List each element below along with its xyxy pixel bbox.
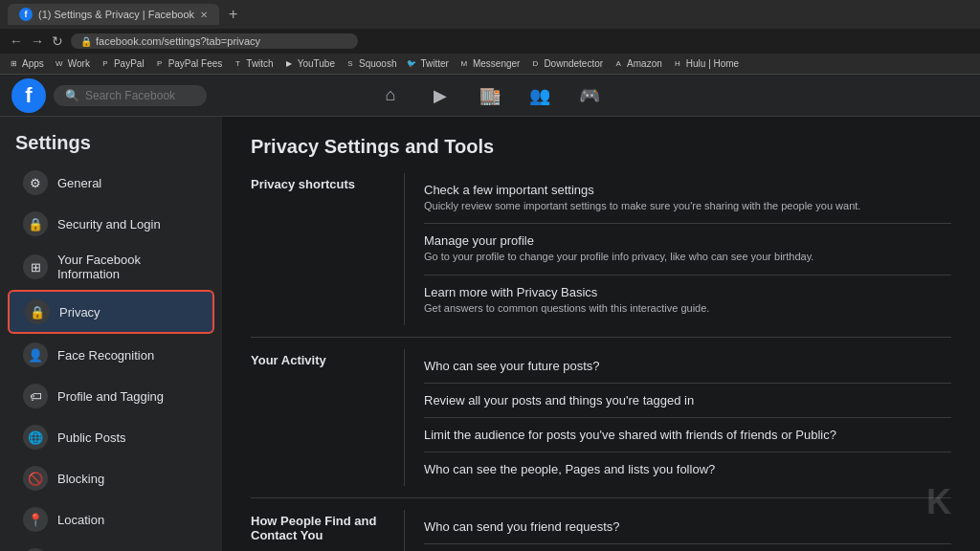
- sidebar-item-language[interactable]: Aa Language and Region: [8, 540, 214, 551]
- bookmark-amazon[interactable]: AAmazon: [612, 58, 662, 70]
- privacy-row-review-posts[interactable]: Review all your posts and things you're …: [424, 384, 951, 418]
- sidebar-label-face: Face Recognition: [57, 348, 154, 363]
- sidebar-item-privacy[interactable]: 🔒 Privacy ↓: [8, 290, 214, 334]
- privacy-row-check-settings[interactable]: Check a few important settings Quickly r…: [424, 173, 951, 224]
- home-nav-button[interactable]: ⌂: [368, 78, 413, 113]
- bookmarks-bar: ⊞AppsWWorkPPayPalPPayPal FeesTTwitch▶You…: [0, 54, 980, 75]
- friend-requests-title: Who can send you friend requests?: [424, 519, 951, 534]
- sidebar-item-profile-tagging[interactable]: 🏷 Profile and Tagging: [8, 376, 214, 416]
- general-icon: ⚙: [23, 170, 48, 195]
- new-tab-button[interactable]: +: [229, 6, 237, 23]
- sidebar-label-location: Location: [57, 513, 104, 527]
- watermark: K: [926, 482, 951, 522]
- gaming-nav-button[interactable]: 🎮: [567, 78, 612, 113]
- privacy-row-future-posts[interactable]: Who can see your future posts?: [424, 349, 951, 384]
- sidebar-title: Settings: [0, 128, 222, 162]
- privacy-row-privacy-basics[interactable]: Learn more with Privacy Basics Get answe…: [424, 276, 951, 325]
- follow-title: Who can see the people, Pages and lists …: [424, 462, 951, 476]
- browser-chrome: f (1) Settings & Privacy | Facebook ✕ +: [0, 0, 980, 29]
- fb-logo: f: [11, 78, 46, 113]
- privacy-row-follow[interactable]: Who can see the people, Pages and lists …: [424, 452, 951, 486]
- face-icon: 👤: [23, 342, 48, 367]
- sidebar-item-face-recognition[interactable]: 👤 Face Recognition: [8, 335, 214, 375]
- your-activity-label: Your Activity: [251, 349, 404, 486]
- bookmark-twitch[interactable]: TTwitch: [232, 58, 273, 70]
- sidebar: Settings ⚙ General 🔒 Security and Login …: [0, 117, 222, 551]
- address-bar: ← → ↻ 🔒 facebook.com/settings?tab=privac…: [0, 29, 980, 54]
- bookmark-work[interactable]: WWork: [54, 58, 90, 70]
- privacy-shortcuts-label: Privacy shortcuts: [251, 173, 404, 325]
- lock-icon: 🔒: [80, 36, 92, 47]
- search-icon: 🔍: [65, 89, 79, 102]
- sidebar-item-location[interactable]: 📍 Location: [8, 499, 214, 540]
- url-text: facebook.com/settings?tab=privacy: [96, 35, 260, 47]
- bookmark-apps[interactable]: ⊞Apps: [8, 58, 44, 70]
- privacy-row-friend-requests[interactable]: Who can send you friend requests?: [424, 510, 951, 544]
- bookmark-paypal[interactable]: PPayPal: [100, 58, 145, 70]
- bookmark-squoosh[interactable]: SSquoosh: [345, 58, 396, 70]
- sidebar-item-security[interactable]: 🔒 Security and Login: [8, 204, 214, 244]
- fb-info-icon: ⊞: [23, 254, 48, 279]
- sidebar-label-privacy: Privacy: [59, 305, 100, 320]
- sidebar-item-public-posts[interactable]: 🌐 Public Posts: [8, 417, 214, 457]
- search-input[interactable]: [85, 89, 200, 102]
- friends-nav-button[interactable]: 👥: [517, 78, 563, 113]
- sidebar-item-blocking[interactable]: 🚫 Blocking: [8, 458, 214, 498]
- fb-search-bar[interactable]: 🔍: [54, 85, 207, 106]
- location-icon: 📍: [23, 507, 48, 532]
- sidebar-label-public-posts: Public Posts: [57, 430, 126, 445]
- fb-topnav: f 🔍 ⌂ ▶ 🏬 👥 🎮: [0, 75, 980, 117]
- tab-favicon: f: [19, 8, 33, 21]
- privacy-row-manage-profile[interactable]: Manage your profile Go to your profile t…: [424, 224, 951, 275]
- bookmark-downdetector[interactable]: DDowndetector: [529, 58, 603, 70]
- limit-audience-title: Limit the audience for posts you've shar…: [424, 428, 951, 442]
- url-bar[interactable]: 🔒 facebook.com/settings?tab=privacy: [71, 33, 358, 49]
- marketplace-nav-button[interactable]: 🏬: [467, 78, 513, 113]
- tagging-icon: 🏷: [23, 384, 48, 408]
- bookmark-youtube[interactable]: ▶YouTube: [283, 58, 335, 70]
- your-activity-items: Who can see your future posts? Review al…: [404, 349, 951, 486]
- browser-tab[interactable]: f (1) Settings & Privacy | Facebook ✕: [8, 4, 219, 25]
- manage-profile-title: Manage your profile: [424, 233, 951, 248]
- divider-2: [251, 497, 951, 498]
- find-contact-label: How People Find and Contact You: [251, 510, 404, 551]
- fb-nav-center: ⌂ ▶ 🏬 👥 🎮: [368, 78, 612, 113]
- forward-button[interactable]: →: [31, 33, 44, 49]
- check-settings-subtitle: Quickly review some important settings t…: [424, 199, 951, 213]
- app-container: f 🔍 ⌂ ▶ 🏬 👥 🎮 Settings ⚙ General 🔒 Secur…: [0, 75, 980, 551]
- privacy-shortcuts-section: Privacy shortcuts Check a few important …: [251, 173, 951, 325]
- manage-profile-subtitle: Go to your profile to change your profil…: [424, 250, 951, 264]
- privacy-shortcuts-items: Check a few important settings Quickly r…: [404, 173, 951, 325]
- your-activity-section: Your Activity Who can see your future po…: [251, 349, 951, 486]
- tab-title: (1) Settings & Privacy | Facebook: [38, 9, 194, 20]
- sidebar-label-general: General: [57, 176, 101, 190]
- sidebar-label-fb-info: Your Facebook Information: [57, 253, 199, 281]
- future-posts-title: Who can see your future posts?: [424, 359, 951, 373]
- bookmark-twitter[interactable]: 🐦Twitter: [406, 58, 448, 70]
- privacy-row-friends-list[interactable]: Who can see your friends list?: [424, 544, 951, 551]
- sidebar-label-security: Security and Login: [57, 217, 161, 231]
- page-title: Privacy Settings and Tools: [251, 136, 951, 158]
- tab-close-button[interactable]: ✕: [200, 10, 208, 20]
- sidebar-item-general[interactable]: ⚙ General: [8, 163, 214, 203]
- bookmark-paypal-fees[interactable]: PPayPal Fees: [154, 58, 223, 70]
- check-settings-title: Check a few important settings: [424, 183, 951, 197]
- privacy-basics-subtitle: Get answers to common questions with thi…: [424, 301, 951, 316]
- watch-nav-button[interactable]: ▶: [417, 78, 463, 113]
- privacy-icon: 🔒: [25, 299, 50, 324]
- find-contact-items: Who can send you friend requests? Who ca…: [404, 510, 951, 551]
- sidebar-label-tagging: Profile and Tagging: [57, 389, 164, 404]
- content-area: Privacy Settings and Tools Privacy short…: [222, 117, 980, 551]
- find-contact-section: How People Find and Contact You Who can …: [251, 510, 951, 551]
- security-icon: 🔒: [23, 211, 48, 236]
- bookmark-messenger[interactable]: MMessenger: [458, 58, 520, 70]
- privacy-basics-title: Learn more with Privacy Basics: [424, 285, 951, 299]
- reload-button[interactable]: ↻: [52, 33, 63, 49]
- sidebar-label-blocking: Blocking: [57, 472, 104, 486]
- back-button[interactable]: ←: [10, 33, 23, 49]
- privacy-row-limit-audience[interactable]: Limit the audience for posts you've shar…: [424, 418, 951, 452]
- sidebar-item-fb-info[interactable]: ⊞ Your Facebook Information: [8, 245, 214, 289]
- divider-1: [251, 337, 951, 338]
- public-posts-icon: 🌐: [23, 425, 48, 450]
- bookmark-hulu-|-home[interactable]: HHulu | Home: [672, 58, 739, 70]
